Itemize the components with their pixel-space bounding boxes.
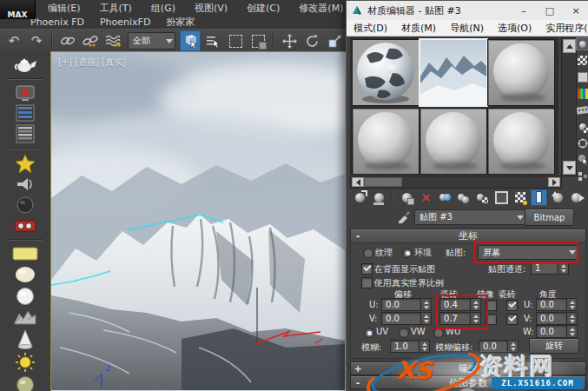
scene-explorer-icon[interactable] [10,124,40,143]
show-map-on-back-checkbox[interactable] [361,263,373,275]
material-map-navigator-button[interactable] [576,169,588,182]
u-mirror-checkbox[interactable] [486,300,497,311]
render-setup-icon[interactable] [10,84,40,102]
w-angle-field[interactable]: 0.0 [536,325,578,338]
menu-material[interactable]: 材质(M) [394,22,443,35]
texture-radio-label[interactable]: 纹理 [375,247,393,259]
select-object-button[interactable] [180,30,201,51]
show-final-result-button[interactable] [531,189,547,206]
sound-horn-icon[interactable] [10,176,40,193]
menu-navigation[interactable]: 导航(N) [443,22,491,35]
vw-radio-label[interactable]: VW [411,327,426,336]
spinner[interactable] [470,312,481,325]
undo-button[interactable]: ↶ [3,30,24,51]
video-color-check-button[interactable] [576,103,588,116]
coordinates-rollout-header[interactable]: - 坐标 [350,229,586,243]
cream-material-icon[interactable] [10,265,40,284]
sample-type-button[interactable] [576,37,588,50]
uv-radio[interactable] [364,328,374,338]
v-offset-field[interactable]: 0.0 [381,312,432,325]
minimize-button[interactable]: – [511,1,537,20]
scroll-left-button[interactable] [352,177,364,187]
uv-radio-label[interactable]: UV [376,327,388,336]
blur-field[interactable]: 1.0 [390,340,430,353]
vw-radio[interactable] [399,328,409,338]
v-angle-field[interactable]: 0.0 [536,312,578,325]
wu-radio[interactable] [433,328,444,338]
menu-phoenixfd[interactable]: PhoenixFD [92,16,158,29]
select-and-rotate-button[interactable] [301,30,322,51]
material-type-button[interactable]: Bitmap [525,209,574,226]
environment-radio[interactable] [402,248,413,258]
redo-button[interactable]: ↷ [26,30,47,51]
select-and-move-button[interactable] [279,30,300,51]
show-shaded-material-in-viewport-button[interactable] [512,189,528,206]
pick-material-from-object-button[interactable] [397,209,411,226]
effects-burst-icon[interactable] [10,154,40,173]
use-real-world-scale-label[interactable]: 使用真实世界比例 [374,277,444,289]
backlight-button[interactable] [576,54,588,67]
reset-map-button[interactable]: × [418,189,434,206]
rectangular-selection-region-button[interactable] [225,30,246,51]
v-tiling-field[interactable]: 0.7 [439,312,481,325]
window-crossing-toggle-button[interactable] [248,30,268,51]
viewport-label[interactable]: [+] [透视] [真实] [58,56,126,69]
select-by-name-button[interactable] [202,30,223,51]
layer-manager-icon[interactable] [10,104,40,122]
background-button[interactable] [576,70,588,83]
material-slot-2-selected[interactable] [420,39,487,106]
slots-vertical-scrollbar[interactable] [561,37,577,176]
camera-film-icon[interactable] [10,217,40,235]
v-tile-checkbox[interactable] [506,314,518,325]
material-id-channel-button[interactable] [493,189,510,206]
menu-tools[interactable]: 工具(T) [90,1,142,16]
menu-modes[interactable]: 模式(D) [347,22,394,35]
get-material-button[interactable] [352,189,368,206]
go-to-parent-button[interactable] [550,189,566,206]
spinner[interactable] [420,298,432,311]
select-and-scale-button[interactable] [324,30,345,51]
maximize-button[interactable]: □ [537,1,563,20]
material-slot-5[interactable] [420,108,487,175]
material-slot-1[interactable] [352,39,420,106]
show-map-on-back-label[interactable]: 在背面显示贴图 [374,263,435,275]
white-cone-icon[interactable] [10,328,40,349]
menu-create[interactable]: 创建(C) [237,1,289,16]
select-by-material-button[interactable] [576,153,588,166]
spinner[interactable] [420,312,432,325]
yellow-swatch-icon[interactable] [10,245,40,262]
menu-edit[interactable]: 编辑(E) [38,1,90,16]
go-forward-to-sibling-button[interactable] [568,189,585,206]
sun-light-icon[interactable] [10,352,40,373]
material-slot-6[interactable] [487,108,555,175]
texture-radio[interactable] [363,248,373,258]
wu-radio-label[interactable]: WU [446,327,460,336]
environment-radio-label[interactable]: 环境 [414,247,432,259]
spinner[interactable] [566,325,578,338]
white-sphere-icon[interactable] [10,287,40,306]
select-and-link-icon[interactable] [57,30,78,51]
menu-modifiers[interactable]: 修改器(M) [289,1,353,16]
assign-material-to-selection-button[interactable] [399,189,415,206]
slots-horizontal-scrollbar[interactable] [350,176,562,189]
dark-sphere-icon[interactable] [10,196,40,215]
u-offset-field[interactable]: 0.0 [381,298,432,311]
u-tile-checkbox[interactable] [506,300,518,311]
menu-group[interactable]: 组(G) [142,1,185,16]
spinner[interactable] [558,262,569,275]
make-material-copy-button[interactable] [437,189,453,206]
material-slot-3[interactable] [487,39,555,106]
menu-views[interactable]: 视图(V) [185,1,237,16]
use-real-world-scale-checkbox[interactable] [361,277,373,288]
selection-filter-dropdown[interactable]: 全部 [128,32,175,50]
scrollbar-thumb[interactable] [364,177,402,187]
make-unique-button[interactable] [455,189,472,206]
3dsmax-logo[interactable]: MAX [0,0,36,19]
spinner[interactable] [566,312,578,325]
sample-uv-tiling-button[interactable] [576,87,588,100]
menu-utilities[interactable]: 实用程序(U) [538,22,588,35]
map-channel-field[interactable]: 1 [531,262,569,275]
scroll-down-button[interactable] [563,161,576,175]
options-button[interactable] [576,136,588,149]
menu-banjiajia[interactable]: 扮家家 [158,15,202,30]
